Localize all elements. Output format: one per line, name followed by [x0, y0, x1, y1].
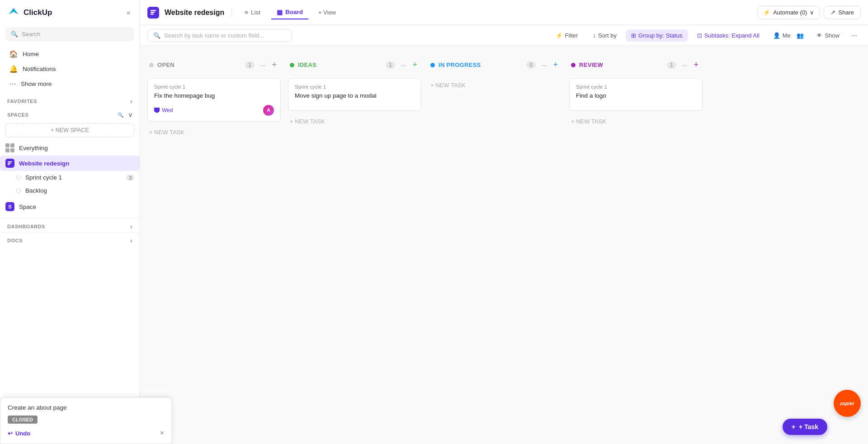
sidebar-item-website-redesign[interactable]: Website redesign: [0, 156, 140, 171]
sidebar-item-notifications[interactable]: 🔔 Notifications: [4, 61, 136, 76]
task-card-find-logo[interactable]: Sprint cycle 1 Find a logo: [569, 78, 703, 111]
task-assignee-avatar: A: [263, 105, 274, 116]
svg-rect-3: [8, 164, 10, 165]
task-card-fix-homepage[interactable]: Sprint cycle 1 Fix the homepage bug Wed …: [147, 78, 281, 122]
review-status-dot: [571, 63, 576, 67]
tab-board-label: Board: [285, 9, 303, 15]
column-inprogress-menu-button[interactable]: ···: [539, 60, 549, 70]
column-inprogress-add-button[interactable]: +: [551, 59, 560, 71]
automate-button[interactable]: ⚡ Automate (0) ∨: [757, 6, 820, 19]
favorites-label: FAVORITES: [7, 99, 37, 104]
subtasks-label: Subtasks: Expand All: [704, 32, 760, 39]
task-card-move-signup[interactable]: Sprint cycle 1 Move sign up page to a mo…: [288, 78, 421, 111]
tab-board[interactable]: ▦ Board: [271, 6, 308, 19]
sidebar-collapse-button[interactable]: «: [125, 7, 132, 19]
task-sprint: Sprint cycle 1: [295, 84, 415, 90]
column-inprogress-header: IN PROGRESS 0 ··· +: [429, 55, 562, 75]
new-task-review-button[interactable]: + NEW TASK: [569, 114, 703, 128]
add-view-button[interactable]: + View: [314, 6, 340, 19]
docs-label: DOCS: [7, 238, 23, 243]
sprint-cycle-badge: 3: [126, 175, 134, 181]
new-task-open-button[interactable]: + NEW TASK: [147, 125, 281, 139]
column-review-header: REVIEW 1 ··· +: [569, 55, 703, 75]
dashboards-label: DASHBOARDS: [7, 224, 45, 229]
me-separator: ·: [793, 32, 795, 39]
ideas-status-dot: [290, 63, 294, 67]
new-task-ideas-label: + NEW TASK: [290, 118, 325, 125]
column-review-count: 1: [667, 61, 676, 69]
sort-button[interactable]: ↕ Sort by: [587, 29, 622, 42]
sort-icon: ↕: [593, 32, 596, 39]
share-icon: ↗: [830, 9, 835, 16]
spaces-search-icon[interactable]: 🔍: [118, 112, 124, 118]
column-inprogress-count: 0: [526, 61, 536, 69]
topbar: Website redesign ≡ List ▦ Board + View ⚡…: [140, 0, 868, 25]
task-name: Move sign up page to a modal: [295, 92, 415, 100]
column-open-menu-button[interactable]: ···: [258, 60, 268, 70]
column-ideas-add-button[interactable]: +: [410, 59, 420, 71]
space-s-icon: S: [5, 202, 14, 211]
new-space-label: + NEW SPACE: [51, 127, 89, 133]
bell-icon: 🔔: [9, 65, 18, 73]
sidebar-item-sprint-cycle-label: Sprint cycle 1: [25, 174, 62, 181]
spaces-collapse-icon[interactable]: ∨: [128, 111, 133, 118]
subtasks-button[interactable]: ⊡ Subtasks: Expand All: [692, 29, 765, 42]
undo-icon: ↩: [8, 430, 13, 437]
docs-expand-icon[interactable]: ›: [130, 237, 132, 244]
group-by-button[interactable]: ⊞ Group by: Status: [626, 29, 688, 42]
home-icon: 🏠: [9, 50, 18, 58]
new-task-ideas-button[interactable]: + NEW TASK: [288, 114, 421, 128]
undo-status-badge: CLOSED: [8, 416, 38, 424]
search-icon: 🔍: [11, 31, 18, 38]
svg-rect-4: [151, 10, 156, 11]
svg-rect-1: [8, 161, 12, 162]
new-space-button[interactable]: + NEW SPACE: [5, 123, 134, 137]
column-inprogress: IN PROGRESS 0 ··· + + NEW TASK: [429, 55, 562, 92]
show-label: Show: [825, 32, 840, 39]
tab-list[interactable]: ≡ List: [239, 6, 266, 19]
me-filter-button[interactable]: 👤 Me · 👥: [769, 29, 809, 42]
toolbar-more-button[interactable]: ⋯: [848, 29, 861, 42]
zapier-widget[interactable]: zapier: [834, 390, 861, 417]
task-sprint: Sprint cycle 1: [576, 84, 696, 90]
column-ideas-menu-button[interactable]: ···: [399, 60, 409, 70]
share-button[interactable]: ↗ Share: [824, 6, 861, 19]
sidebar-item-show-more[interactable]: ⋯ Show more: [4, 76, 136, 91]
favorites-expand-icon[interactable]: ›: [130, 98, 132, 105]
sprint-dot-icon: [16, 175, 21, 180]
favorites-section-header: FAVORITES ›: [0, 93, 140, 107]
topbar-right: ⚡ Automate (0) ∨ ↗ Share: [757, 6, 861, 19]
svg-rect-2: [8, 163, 11, 164]
new-task-inprogress-button[interactable]: + NEW TASK: [429, 78, 562, 92]
add-task-fab[interactable]: + + Task: [783, 419, 827, 435]
column-open-add-button[interactable]: +: [269, 59, 279, 71]
sidebar-search-label: Search: [22, 31, 40, 38]
project-icon: [147, 7, 159, 19]
sidebar-item-home-label: Home: [23, 51, 39, 57]
dashboards-expand-icon[interactable]: ›: [130, 223, 132, 230]
group-label: Group by: Status: [638, 32, 683, 39]
app-name: ClickUp: [24, 8, 52, 17]
sidebar-item-website-redesign-label: Website redesign: [19, 160, 70, 167]
column-review-add-button[interactable]: +: [691, 59, 701, 71]
sidebar-search-bar[interactable]: 🔍 Search: [5, 27, 134, 41]
sidebar-item-backlog[interactable]: Backlog: [0, 184, 140, 197]
column-review-title: REVIEW: [579, 61, 663, 68]
inprogress-status-dot: [430, 63, 435, 67]
undo-toast: Create an about page CLOSED ↩ Undo ×: [0, 397, 140, 444]
task-date: Wed: [154, 107, 173, 113]
sidebar-item-space[interactable]: S Space: [0, 199, 140, 214]
sidebar-item-everything[interactable]: Everything: [0, 140, 140, 156]
show-button[interactable]: 👁 Show: [812, 29, 844, 42]
undo-button[interactable]: ↩ Undo: [8, 430, 30, 437]
spaces-label: SPACES: [7, 112, 28, 118]
sidebar-header: ClickUp «: [0, 0, 140, 25]
sidebar-item-sprint-cycle-1[interactable]: Sprint cycle 1 3: [0, 171, 140, 184]
column-ideas-title: IDEAS: [298, 61, 382, 68]
add-task-icon: +: [792, 423, 795, 430]
toolbar-search-input[interactable]: 🔍 Search by task name or custom field...: [147, 29, 292, 42]
docs-section: DOCS ›: [0, 232, 140, 246]
filter-button[interactable]: ⚡ Filter: [550, 29, 584, 42]
sidebar-item-home[interactable]: 🏠 Home: [4, 47, 136, 61]
column-review-menu-button[interactable]: ···: [680, 60, 690, 70]
